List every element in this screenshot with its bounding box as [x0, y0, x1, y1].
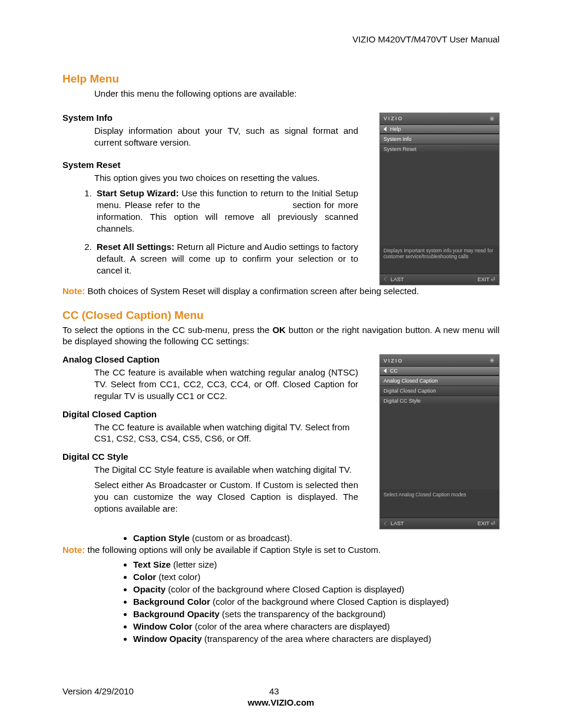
cc-style-bullets-custom: Text Size (letter size) Color (text colo…	[133, 558, 500, 645]
help-menu-heading: Help Menu	[62, 73, 500, 85]
osd-brand: VIZIO✳	[380, 355, 499, 366]
analog-cc-text: The CC feature is available when watchin…	[94, 367, 358, 401]
list-item: Window Opacity (transparency of the area…	[133, 633, 500, 645]
osd-exit-button: EXIT ⏎	[478, 521, 495, 526]
system-reset-label: System Reset	[62, 160, 358, 170]
digital-cc-text: The CC feature is available when watchin…	[94, 421, 358, 445]
digital-cc-style-line2: Select either As Broadcaster or Custom. …	[94, 479, 358, 514]
digital-cc-style-label: Digital CC Style	[62, 452, 358, 462]
footer-site: www.VIZIO.com	[62, 697, 500, 707]
osd-item-digital-cc: Digital Closed Caption	[380, 386, 499, 396]
digital-cc-label: Digital Closed Caption	[62, 409, 358, 419]
digital-cc-style-line1: The Digital CC Style feature is availabl…	[94, 464, 358, 476]
osd-item-analog-cc: Analog Closed Caption	[380, 375, 499, 386]
page-number: 43	[269, 686, 279, 696]
list-item: Caption Style (custom or as broadcast).	[133, 532, 500, 544]
system-reset-list: Start Setup Wizard: Use this function to…	[62, 187, 358, 276]
osd-description: Select Analog Closed Caption modes	[380, 489, 499, 518]
osd-cc-screenshot: VIZIO✳ CC Analog Closed Caption Digital …	[379, 354, 500, 529]
system-reset-text: This option gives you two choices on res…	[94, 172, 358, 184]
analog-cc-label: Analog Closed Caption	[62, 354, 358, 364]
list-item: Opacity (color of the background where C…	[133, 583, 500, 595]
system-info-text: Display information about your TV, such …	[94, 125, 358, 149]
list-item: Color (text color)	[133, 571, 500, 583]
list-item: Background Opacity (sets the transparenc…	[133, 608, 500, 620]
osd-exit-button: EXIT ⏎	[478, 276, 495, 282]
osd-item-system-reset: System Reset	[380, 144, 499, 154]
left-arrow-icon	[384, 368, 386, 373]
osd-description: Displays important system info your may …	[380, 245, 499, 274]
osd-last-button: LAST	[384, 521, 404, 526]
system-info-label: System Info	[62, 113, 358, 123]
left-arrow-icon	[384, 127, 386, 131]
osd-brand: VIZIO✳	[380, 113, 499, 124]
list-item: Background Color (color of the backgroun…	[133, 595, 500, 608]
cc-style-bullets: Caption Style (custom or as broadcast).	[133, 532, 500, 544]
list-item: Text Size (letter size)	[133, 558, 500, 571]
gear-icon: ✳	[490, 357, 495, 364]
version-text: Version 4/29/2010	[62, 686, 134, 696]
list-item: Window Color (color of the area where ch…	[133, 620, 500, 633]
osd-tab-help: Help	[380, 124, 499, 134]
list-item: Reset All Settings: Return all Picture a…	[94, 241, 358, 276]
manual-page: VIZIO M420VT/M470VT User Manual Help Men…	[0, 0, 562, 728]
cc-menu-heading: CC (Closed Caption) Menu	[62, 309, 500, 322]
help-intro: Under this menu the following options ar…	[94, 88, 500, 100]
page-header: VIZIO M420VT/M470VT User Manual	[62, 34, 500, 44]
osd-help-screenshot: VIZIO✳ Help System Info System Reset Dis…	[379, 113, 500, 285]
help-note: Note: Both choices of System Reset will …	[62, 285, 500, 297]
gear-icon: ✳	[490, 116, 495, 122]
page-footer: Version 4/29/2010 43 www.VIZIO.com	[62, 686, 500, 707]
osd-item-digital-cc-style: Digital CC Style	[380, 396, 499, 406]
osd-tab-cc: CC	[380, 366, 499, 375]
osd-item-system-info: System Info	[380, 134, 499, 144]
cc-style-note: Note: the following options will only be…	[62, 544, 500, 556]
cc-intro: To select the options in the CC sub-menu…	[62, 324, 500, 348]
list-item: Start Setup Wizard: Use this function to…	[94, 187, 358, 234]
osd-last-button: LAST	[384, 276, 404, 282]
